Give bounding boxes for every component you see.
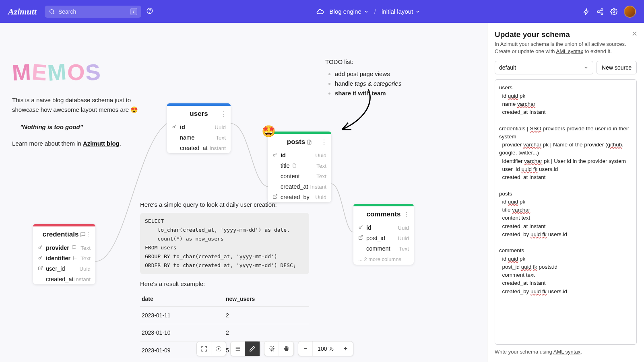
column-row[interactable]: nameText <box>167 132 231 143</box>
source-select[interactable]: default <box>495 61 593 74</box>
key-icon <box>172 124 178 130</box>
note-icon <box>73 255 78 261</box>
memo-title: MEMOS <box>12 59 101 85</box>
breadcrumb: Blog engine / initial layout <box>153 8 583 16</box>
schema-sidebar: ✕ Update your schema In Azimutt your sch… <box>487 23 644 362</box>
table-row: 2023-01-102 <box>140 324 309 341</box>
column-row[interactable]: idUuid <box>353 222 414 233</box>
aml-syntax-link-2[interactable]: AML syntax <box>553 349 580 355</box>
column-row[interactable]: commentText <box>353 243 414 254</box>
search-shortcut: / <box>130 8 137 15</box>
blog-link[interactable]: Azimutt blog <box>83 140 120 147</box>
table-menu[interactable]: ⋮ <box>220 110 227 118</box>
todo-item: share it with team <box>335 88 401 98</box>
new-source-button[interactable]: New source <box>597 61 637 74</box>
column-row[interactable]: titleText <box>268 160 331 171</box>
sql-code: SELECT to_char(created_at, 'yyyy-mm-dd')… <box>140 213 309 274</box>
expand-columns[interactable]: ... 2 more columns <box>353 254 414 265</box>
search-icon <box>49 8 55 15</box>
link-icon <box>272 194 278 200</box>
zoom-in-button[interactable]: + <box>339 341 353 356</box>
layout-selector[interactable]: initial layout <box>382 8 420 15</box>
canvas[interactable]: MEMOS This is a naive blog database sche… <box>0 23 487 362</box>
aml-syntax-link[interactable]: AML syntax <box>556 48 583 54</box>
zoom-level: 100 % <box>313 341 339 356</box>
column-row[interactable]: created_atInstant <box>33 274 95 284</box>
column-row[interactable]: post_idUuid <box>353 233 414 243</box>
logo: Azimutt <box>8 6 37 17</box>
search-box[interactable]: / <box>45 6 141 18</box>
sidebar-title: Update your schema <box>495 30 637 39</box>
svg-point-6 <box>601 13 603 15</box>
memo-quote: "Nothing is too good" <box>20 122 83 132</box>
svg-point-9 <box>613 10 615 12</box>
table-users[interactable]: users⋮ idUuidnameTextcreated_atInstant <box>167 103 231 153</box>
cloud-icon <box>316 8 324 16</box>
table-menu[interactable]: ⋮ <box>85 231 91 239</box>
aml-editor[interactable]: users id uuid pk name varchar created_at… <box>495 79 637 345</box>
svg-point-3 <box>150 12 150 12</box>
column-row[interactable]: providerText <box>33 243 95 253</box>
key-icon <box>38 255 43 261</box>
fit-button[interactable] <box>211 341 226 356</box>
column-row[interactable]: idUuid <box>268 150 331 160</box>
share-icon[interactable] <box>597 8 604 15</box>
header-actions <box>583 6 636 18</box>
canvas-toolbar: − 100 % + <box>196 341 353 356</box>
table-menu[interactable]: ⋮ <box>321 138 327 146</box>
close-icon[interactable]: ✕ <box>632 29 638 38</box>
sidebar-description: In Azimutt your schema is the union of a… <box>495 41 637 55</box>
chevron-down-icon <box>583 65 589 70</box>
todo-item: handle tags & categories <box>335 79 401 88</box>
column-row[interactable]: created_byUuid <box>268 192 331 202</box>
project-selector[interactable]: Blog engine <box>330 8 369 15</box>
column-row[interactable]: idUuid <box>167 122 231 132</box>
key-icon <box>272 152 278 158</box>
doc-icon <box>292 162 297 169</box>
svg-line-7 <box>599 10 601 11</box>
magic-button[interactable] <box>264 341 279 356</box>
table-comments[interactable]: comments⋮ idUuidpost_idUuidcommentText .… <box>353 204 414 265</box>
memo-todo: TODO list: add post page viewshandle tag… <box>325 57 401 98</box>
hand-button[interactable] <box>279 341 293 356</box>
chevron-down-icon <box>415 9 420 14</box>
svg-point-16 <box>218 348 219 350</box>
memo-learn-more: Learn more about them in Azimutt blog. <box>12 139 121 148</box>
gear-icon[interactable] <box>610 8 617 15</box>
header: Azimutt / Blog engine / initial layout <box>0 0 644 23</box>
table-menu[interactable]: ⋮ <box>403 211 410 218</box>
table-credentials[interactable]: credentials⋮ providerTextidentifierTextu… <box>33 224 95 284</box>
avatar[interactable] <box>624 6 636 18</box>
memo-description: This is a naive blog database schema jus… <box>12 95 141 115</box>
link-icon <box>38 265 43 272</box>
list-button[interactable] <box>231 341 245 356</box>
zoom-out-button[interactable]: − <box>298 341 313 356</box>
column-row[interactable]: user_idUuid <box>33 263 95 274</box>
fullscreen-button[interactable] <box>197 341 211 356</box>
column-row[interactable]: created_atInstant <box>167 143 231 153</box>
svg-line-8 <box>599 12 601 13</box>
chevron-down-icon <box>364 9 369 14</box>
svg-point-4 <box>601 8 603 10</box>
memo-query: Here's a simple query to look at daily u… <box>140 200 309 359</box>
svg-line-1 <box>53 13 54 14</box>
todo-item: add post page views <box>335 69 401 79</box>
svg-point-0 <box>50 9 54 13</box>
column-row[interactable]: contentText <box>268 171 331 181</box>
link-icon <box>358 235 364 241</box>
help-icon[interactable] <box>146 7 153 16</box>
sidebar-footer: Write your schema using AML syntax. <box>495 349 637 355</box>
key-icon <box>38 245 43 251</box>
search-input[interactable] <box>58 8 130 15</box>
doc-icon <box>307 140 312 145</box>
table-row: 2023-01-112 <box>140 306 309 324</box>
note-icon <box>72 245 76 251</box>
column-row[interactable]: identifierText <box>33 253 95 263</box>
star-emoji: 🤩 <box>262 125 276 138</box>
table-posts[interactable]: posts⋮ idUuidtitleTextcontentTextcreated… <box>268 132 331 202</box>
svg-point-5 <box>597 10 599 12</box>
column-row[interactable]: created_atInstant <box>268 181 331 192</box>
key-icon <box>358 224 364 231</box>
edit-button[interactable] <box>245 341 260 356</box>
bolt-icon[interactable] <box>583 8 590 15</box>
